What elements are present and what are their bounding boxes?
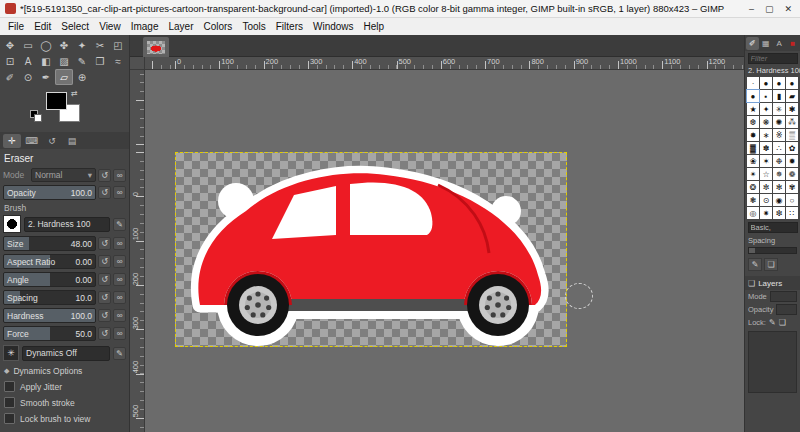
lock-paint-icon[interactable]: ✎ <box>769 318 776 327</box>
link-button[interactable]: ∞ <box>113 291 126 304</box>
brush-swatch[interactable]: ▒ <box>786 129 798 141</box>
checkbox[interactable] <box>4 381 15 392</box>
paintbrush-tool[interactable]: ✐ <box>1 69 19 85</box>
images-tab[interactable]: ▤ <box>63 134 81 148</box>
brush-swatch[interactable]: ▓ <box>747 142 759 154</box>
smudge-tool[interactable]: ≈ <box>109 53 127 69</box>
free-select-tool[interactable]: ✤ <box>55 37 73 53</box>
brush-name-entry[interactable]: 2. Hardness 100 <box>24 217 110 232</box>
brush-preview[interactable] <box>3 215 21 233</box>
brush-swatch[interactable]: ✴ <box>747 168 759 180</box>
brush-swatch[interactable]: ✷ <box>760 207 772 219</box>
brush-swatch[interactable]: ○ <box>786 194 798 206</box>
brush-swatch[interactable]: ◎ <box>747 207 759 219</box>
fuzzy-select-tool[interactable]: ✦ <box>73 37 91 53</box>
brush-swatch[interactable]: ✱ <box>786 103 798 115</box>
brush-swatch[interactable]: ✸ <box>747 129 759 141</box>
brush-swatch[interactable]: ✶ <box>760 155 772 167</box>
tool-options-tab[interactable]: ✛ <box>3 134 21 148</box>
layers-list[interactable] <box>748 331 797 393</box>
gradients-tab[interactable]: ■ <box>787 37 800 50</box>
brush-swatch[interactable]: ▮ <box>773 90 785 102</box>
brush-swatch[interactable]: ∗ <box>760 129 772 141</box>
brush-swatch[interactable]: ✦ <box>760 103 772 115</box>
pencil-tool[interactable]: ✎ <box>73 53 91 69</box>
brush-swatch[interactable]: ❁ <box>786 168 798 180</box>
mode-switch-button[interactable]: ∞ <box>113 169 126 182</box>
brush-spacing-slider[interactable] <box>748 247 797 254</box>
scissors-select-tool[interactable]: ✂ <box>91 37 109 53</box>
rectangle-select-tool[interactable]: ▭ <box>19 37 37 53</box>
checkbox[interactable] <box>4 397 15 408</box>
link-button[interactable]: ∞ <box>113 237 126 250</box>
brush-tags-input[interactable] <box>748 222 798 233</box>
swap-colors-icon[interactable]: ⇄ <box>71 89 78 98</box>
opacity-slider[interactable]: Opacity 100.0 <box>3 185 96 200</box>
foreground-color-swatch[interactable] <box>46 92 67 110</box>
aspect-ratio-slider[interactable]: Aspect Ratio 0.00 <box>3 254 96 269</box>
transform-tool[interactable]: ⊡ <box>1 53 19 69</box>
brush-swatch[interactable]: ∷ <box>786 207 798 219</box>
hardness-slider[interactable]: Hardness 100.0 <box>3 308 96 323</box>
reset-button[interactable]: ↺ <box>98 186 111 199</box>
reset-button[interactable]: ↺ <box>98 327 111 340</box>
dynamics-options-expander[interactable]: ◆ Dynamics Options <box>4 366 126 376</box>
new-brush-button[interactable]: ❏ <box>764 258 778 271</box>
reset-button[interactable]: ↺ <box>98 273 111 286</box>
link-button[interactable]: ∞ <box>113 327 126 340</box>
minimize-icon[interactable]: – <box>749 4 754 14</box>
menu-item[interactable]: Select <box>56 20 94 33</box>
brush-swatch[interactable]: ※ <box>773 129 785 141</box>
layer-mode-combobox[interactable] <box>770 291 797 302</box>
brush-swatch[interactable]: ✺ <box>773 116 785 128</box>
crop-tool[interactable]: ◰ <box>109 37 127 53</box>
zoom-tool[interactable]: ⊕ <box>73 69 91 85</box>
reset-button[interactable]: ↺ <box>98 237 111 250</box>
size-slider[interactable]: Size 48.00 <box>3 236 96 251</box>
dynamics-entry[interactable]: Dynamics Off <box>22 346 110 361</box>
brush-swatch[interactable]: ✵ <box>773 168 785 180</box>
menu-item[interactable]: Windows <box>308 20 359 33</box>
reset-button[interactable]: ↺ <box>98 291 111 304</box>
brush-swatch[interactable]: ❂ <box>747 181 759 193</box>
edit-brush-button[interactable]: ✎ <box>113 218 126 231</box>
move-tool[interactable]: ✥ <box>1 37 19 53</box>
brush-swatch[interactable]: ☆ <box>760 168 772 180</box>
brush-swatch[interactable]: ❃ <box>747 194 759 206</box>
vertical-ruler[interactable]: 0100200300400500 <box>130 70 145 432</box>
menu-item[interactable]: View <box>94 20 126 33</box>
default-colors-icon[interactable] <box>30 110 42 121</box>
eraser-tool[interactable]: ▱ <box>55 69 73 85</box>
brush-swatch[interactable]: ✼ <box>760 181 772 193</box>
force-slider[interactable]: Force 50.0 <box>3 326 96 341</box>
menu-item[interactable]: Layer <box>163 20 198 33</box>
reset-button[interactable]: ↺ <box>98 309 111 322</box>
brush-swatch[interactable]: ▪ <box>760 90 772 102</box>
lock-position-icon[interactable]: ❏ <box>779 318 786 327</box>
link-button[interactable]: ∞ <box>113 273 126 286</box>
text-tool[interactable]: A <box>19 53 37 69</box>
brush-swatch[interactable]: ⊙ <box>760 194 772 206</box>
brush-filter-input[interactable] <box>748 53 798 64</box>
fonts-tab[interactable]: A <box>773 37 786 50</box>
patterns-tab[interactable]: ▦ <box>760 37 773 50</box>
checkbox[interactable] <box>4 413 15 424</box>
menu-item[interactable]: File <box>3 20 29 33</box>
maximize-icon[interactable]: ▢ <box>765 4 774 14</box>
brush-swatch[interactable]: ✳ <box>773 103 785 115</box>
horizontal-ruler[interactable]: 0100200300400500600700800900100011001200 <box>145 57 744 70</box>
spacing-slider[interactable]: Spacing 10.0 <box>3 290 96 305</box>
menu-item[interactable]: Tools <box>237 20 270 33</box>
brush-swatch[interactable]: ❀ <box>747 155 759 167</box>
close-icon[interactable]: ✕ <box>784 4 792 14</box>
brush-swatch[interactable]: ∴ <box>773 142 785 154</box>
edit-brush-button[interactable]: ✎ <box>748 258 762 271</box>
brush-swatch[interactable]: ◉ <box>773 194 785 206</box>
ellipse-select-tool[interactable]: ◯ <box>37 37 55 53</box>
bucket-fill-tool[interactable]: ◧ <box>37 53 55 69</box>
angle-slider[interactable]: Angle 0.00 <box>3 272 96 287</box>
mode-combobox[interactable]: Normal ▾ <box>31 168 96 182</box>
ink-tool[interactable]: ✒ <box>37 69 55 85</box>
brush-swatch[interactable]: ● <box>760 77 772 89</box>
brush-swatch[interactable]: ❉ <box>773 155 785 167</box>
